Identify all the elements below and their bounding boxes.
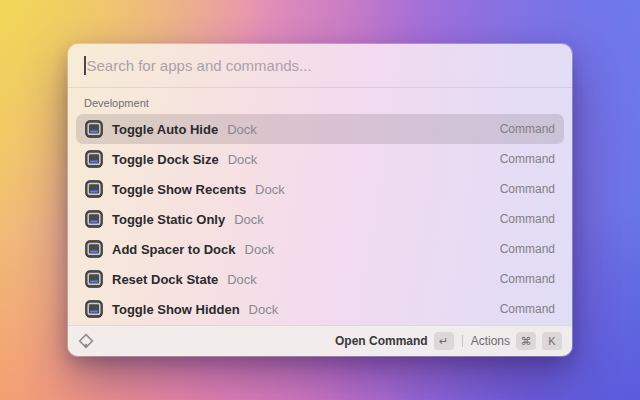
row-title: Reset Dock State bbox=[112, 272, 218, 287]
row-accessory: Command bbox=[500, 122, 555, 136]
row-subtitle: Dock bbox=[234, 212, 264, 227]
row-accessory: Command bbox=[500, 242, 555, 256]
return-key-icon: ↵ bbox=[434, 332, 454, 350]
results-list: Development Toggle Auto HideDockCommand … bbox=[68, 88, 572, 325]
list-item[interactable]: Toggle Auto HideDockCommand bbox=[76, 114, 564, 144]
row-accessory: Command bbox=[500, 272, 555, 286]
row-title: Toggle Dock Size bbox=[112, 152, 219, 167]
row-accessory: Command bbox=[500, 212, 555, 226]
dock-command-icon bbox=[85, 240, 103, 258]
desktop: { "search": { "placeholder": "Search for… bbox=[0, 0, 640, 400]
row-title: Toggle Show Recents bbox=[112, 182, 246, 197]
row-accessory: Command bbox=[500, 302, 555, 316]
row-subtitle: Dock bbox=[227, 272, 257, 287]
dock-command-icon bbox=[85, 300, 103, 318]
row-title: Toggle Auto Hide bbox=[112, 122, 218, 137]
raycast-logo-icon bbox=[78, 333, 94, 349]
footer-divider bbox=[462, 335, 463, 347]
dock-command-icon bbox=[85, 270, 103, 288]
dock-command-icon bbox=[85, 120, 103, 138]
actions-label: Actions bbox=[471, 334, 510, 348]
open-command-label: Open Command bbox=[335, 334, 428, 348]
search-input[interactable] bbox=[87, 57, 557, 74]
footer-bar: Open Command ↵ Actions ⌘ K bbox=[68, 325, 572, 356]
command-key-icon: ⌘ bbox=[516, 332, 536, 350]
row-subtitle: Dock bbox=[249, 302, 279, 317]
list-item[interactable]: Toggle Static OnlyDockCommand bbox=[76, 204, 564, 234]
row-title: Toggle Static Only bbox=[112, 212, 225, 227]
row-subtitle: Dock bbox=[227, 122, 257, 137]
rows-container: Toggle Auto HideDockCommand Toggle Dock … bbox=[76, 114, 564, 324]
search-bar[interactable] bbox=[68, 44, 572, 88]
row-title: Add Spacer to Dock bbox=[112, 242, 236, 257]
list-item[interactable]: Reset Dock StateDockCommand bbox=[76, 264, 564, 294]
row-subtitle: Dock bbox=[255, 182, 285, 197]
row-accessory: Command bbox=[500, 182, 555, 196]
row-title: Toggle Show Hidden bbox=[112, 302, 240, 317]
list-item[interactable]: Toggle Dock SizeDockCommand bbox=[76, 144, 564, 174]
row-subtitle: Dock bbox=[245, 242, 275, 257]
command-palette-window: Development Toggle Auto HideDockCommand … bbox=[68, 44, 572, 356]
row-accessory: Command bbox=[500, 152, 555, 166]
actions-menu-button[interactable]: Actions ⌘ K bbox=[471, 332, 562, 350]
text-caret bbox=[84, 56, 86, 75]
dock-command-icon bbox=[85, 150, 103, 168]
k-key-icon: K bbox=[542, 332, 562, 350]
section-header: Development bbox=[76, 88, 564, 114]
dock-command-icon bbox=[85, 210, 103, 228]
dock-command-icon bbox=[85, 180, 103, 198]
open-command-action[interactable]: Open Command ↵ bbox=[335, 332, 454, 350]
list-item[interactable]: Add Spacer to DockDockCommand bbox=[76, 234, 564, 264]
row-subtitle: Dock bbox=[228, 152, 258, 167]
list-item[interactable]: Toggle Show RecentsDockCommand bbox=[76, 174, 564, 204]
list-item[interactable]: Toggle Show HiddenDockCommand bbox=[76, 294, 564, 324]
